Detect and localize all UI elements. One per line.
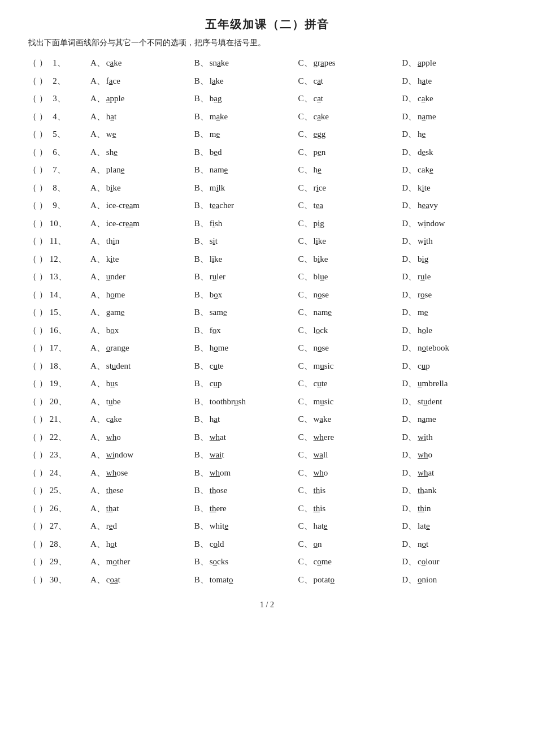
option-label: A、 — [90, 272, 105, 281]
option-label: C、 — [298, 486, 312, 495]
option-label: B、 — [194, 379, 209, 388]
item-number: （ ）28、 — [28, 537, 90, 552]
option-b: B、name — [194, 163, 298, 178]
quiz-item: （ ）14、A、homeB、boxC、noseD、rose — [28, 288, 506, 303]
option-label: D、 — [402, 557, 416, 566]
options: A、planeB、nameC、heD、cake — [90, 163, 506, 178]
option-c: C、lock — [298, 323, 402, 338]
option-c: C、nose — [298, 288, 402, 303]
bracket: （ ） — [28, 448, 47, 463]
option-a: A、coat — [90, 573, 194, 587]
option-a: A、plane — [90, 163, 194, 178]
bracket: （ ） — [28, 234, 47, 249]
option-a: A、we — [90, 127, 194, 142]
options: A、homeB、boxC、noseD、rose — [90, 288, 506, 303]
option-b: B、fish — [194, 217, 298, 231]
item-label: 29、 — [50, 555, 67, 569]
item-label: 6、 — [50, 145, 66, 160]
option-a: A、home — [90, 288, 194, 303]
option-c: C、nose — [298, 341, 402, 356]
option-a: A、cake — [90, 56, 194, 71]
option-b: B、fox — [194, 323, 298, 338]
option-c: C、grapes — [298, 56, 402, 71]
option-label: D、 — [402, 343, 416, 352]
option-c: C、this — [298, 502, 402, 516]
quiz-item: （ ）12、A、kiteB、likeC、bikeD、big — [28, 252, 506, 267]
option-c: C、music — [298, 359, 402, 374]
options: A、weB、meC、eggD、he — [90, 127, 506, 142]
item-number: （ ）7、 — [28, 163, 90, 178]
item-label: 24、 — [50, 466, 67, 481]
bracket: （ ） — [28, 92, 47, 106]
bracket: （ ） — [28, 252, 47, 267]
item-label: 15、 — [50, 305, 67, 320]
option-a: A、bus — [90, 377, 194, 391]
option-label: D、 — [402, 94, 416, 103]
quiz-item: （ ）26、A、thatB、thereC、thisD、thin — [28, 502, 506, 516]
option-label: B、 — [194, 94, 209, 103]
option-c: C、cute — [298, 377, 402, 391]
option-c: C、tea — [298, 198, 402, 213]
item-label: 25、 — [50, 483, 67, 498]
bracket: （ ） — [28, 359, 47, 374]
item-label: 5、 — [50, 127, 66, 142]
option-label: C、 — [298, 379, 312, 388]
options: A、tubeB、toothbrushC、musicD、student — [90, 395, 506, 409]
item-label: 2、 — [50, 74, 66, 89]
quiz-item: （ ）29、A、motherB、socksC、comeD、colour — [28, 555, 506, 569]
item-label: 18、 — [50, 359, 67, 374]
option-c: C、cake — [298, 110, 402, 124]
options: A、kiteB、likeC、bikeD、big — [90, 252, 506, 267]
pagination: 1 / 2 — [28, 601, 506, 610]
option-label: B、 — [194, 504, 209, 513]
options: A、redB、whiteC、hateD、late — [90, 519, 506, 534]
bracket: （ ） — [28, 377, 47, 391]
option-label: A、 — [90, 486, 105, 495]
option-label: A、 — [90, 414, 105, 424]
item-number: （ ）4、 — [28, 110, 90, 124]
quiz-item: （ ）22、A、whoB、whatC、whereD、with — [28, 430, 506, 445]
option-label: D、 — [402, 272, 416, 281]
options: A、hotB、coldC、onD、not — [90, 537, 506, 552]
item-number: （ ）15、 — [28, 305, 90, 320]
quiz-item: （ ）15、A、gameB、sameC、nameD、me — [28, 305, 506, 320]
option-label: C、 — [298, 521, 312, 530]
option-d: D、rule — [402, 270, 506, 284]
option-b: B、whom — [194, 466, 298, 481]
option-label: C、 — [298, 308, 312, 317]
option-d: D、big — [402, 252, 506, 267]
option-b: B、me — [194, 127, 298, 142]
option-c: C、pen — [298, 145, 402, 160]
option-a: A、face — [90, 74, 194, 89]
option-label: C、 — [298, 219, 312, 228]
item-number: （ ）14、 — [28, 288, 90, 303]
option-c: C、come — [298, 555, 402, 569]
option-a: A、kite — [90, 252, 194, 267]
quiz-item: （ ）24、A、whoseB、whomC、whoD、what — [28, 466, 506, 481]
option-a: A、who — [90, 430, 194, 445]
option-c: C、where — [298, 430, 402, 445]
option-label: D、 — [402, 575, 416, 584]
option-c: C、bike — [298, 252, 402, 267]
option-d: D、name — [402, 110, 506, 124]
option-b: B、box — [194, 288, 298, 303]
option-label: D、 — [402, 379, 416, 388]
options: A、orangeB、homeC、noseD、notebook — [90, 341, 506, 356]
option-label: D、 — [402, 254, 416, 263]
item-label: 1、 — [50, 56, 66, 71]
option-b: B、same — [194, 305, 298, 320]
option-c: C、blue — [298, 270, 402, 284]
option-d: D、apple — [402, 56, 506, 71]
option-d: D、with — [402, 430, 506, 445]
option-label: A、 — [90, 326, 105, 335]
option-c: C、who — [298, 466, 402, 481]
option-b: B、teacher — [194, 198, 298, 213]
option-label: A、 — [90, 539, 105, 548]
item-label: 30、 — [50, 573, 67, 587]
option-label: B、 — [194, 254, 209, 263]
options: A、busB、cupC、cuteD、umbrella — [90, 377, 506, 391]
bracket: （ ） — [28, 56, 47, 71]
option-b: B、toothbrush — [194, 395, 298, 409]
options: A、gameB、sameC、nameD、me — [90, 305, 506, 320]
option-c: C、he — [298, 163, 402, 178]
